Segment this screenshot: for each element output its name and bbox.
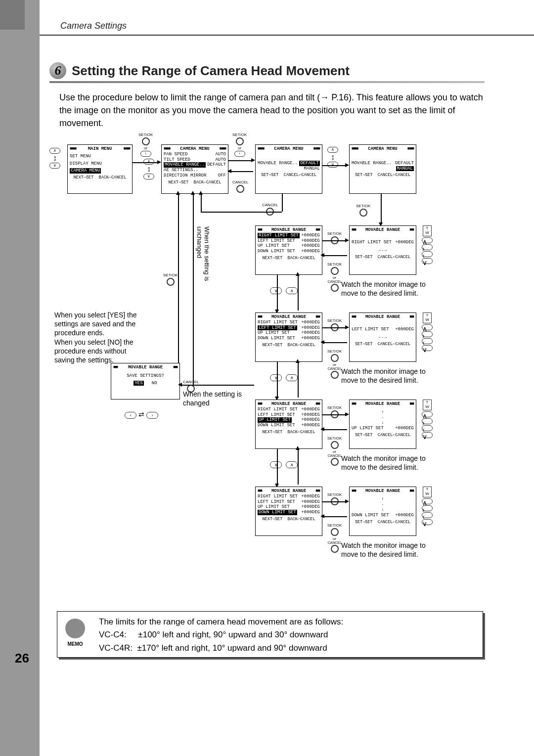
setok-icon: SET/OKor›: [138, 133, 153, 157]
osd-main-menu: ■■■MAIN MENU■■■ SET MENU DISPLAY MENU CA…: [67, 144, 133, 194]
nav-updown-icon: ∧↕∨: [143, 158, 154, 180]
setok-icon: SET/OK: [327, 405, 342, 419]
unchanged-caption: When the setting is unchanged: [196, 226, 211, 311]
memo-line: VC-C4R: ±170° left and right, 10° upward…: [99, 642, 478, 655]
step-badge: 6: [49, 62, 66, 79]
page-number: 26: [15, 651, 29, 666]
setok-cancel-icon: SET/OKorCANCEL: [327, 349, 342, 379]
watch-caption: Watch the monitor image to move to the d…: [341, 541, 435, 559]
nav-pair-icon: ∨∧: [268, 286, 300, 294]
osd-down-limit-select: ■■MOVABLE RANGE■■ RIGHT LIMIT SET+000DEG…: [255, 487, 322, 536]
cancel-icon: CANCEL: [262, 203, 278, 216]
nav-lr-icon: ‹⇄›: [123, 410, 160, 419]
watch-caption: Watch the monitor image to move to the d…: [341, 454, 435, 472]
osd-right-limit-set: ■■MOVABLE RANGE■■ RIGHT LIMIT SET+000DEG…: [349, 225, 416, 275]
setok-icon: SET/OK: [327, 492, 342, 506]
osd-movable-range-default: ■■■CAMERA MENU■■■ MOVABLE RANGE..DEFAULT…: [255, 144, 322, 194]
title-underline: [49, 81, 485, 83]
setok-icon: SET/OK: [163, 273, 178, 286]
osd-camera-menu: ■■■CAMERA MENU■■■ PAN SPEEDAUTO TILT SPE…: [161, 144, 228, 194]
breadcrumb: Camera Settings: [60, 21, 127, 31]
osd-up-limit-select: ■■MOVABLE RANGE■■ RIGHT LIMIT SET+000DEG…: [255, 400, 322, 449]
setok-icon: SET/OKor›: [232, 133, 247, 157]
directional-pad-icon: TW∧›‹∨: [420, 487, 434, 545]
intro-text: Use the procedure below to limit the ran…: [59, 91, 485, 130]
page-title: Setting the Range of Camera Head Movemen…: [72, 63, 350, 79]
setok-icon: SET/OK: [356, 204, 370, 217]
cancel-icon: CANCEL: [183, 380, 199, 393]
page-tab: [0, 0, 40, 756]
watch-caption: Watch the monitor image to move to the d…: [341, 367, 435, 385]
memo-icon: MEMO: [62, 619, 88, 648]
directional-pad-icon: TW∧›‹∨: [420, 225, 434, 284]
flow-diagram: ■■■MAIN MENU■■■ SET MENU DISPLAY MENU CA…: [44, 133, 484, 587]
watch-caption: Watch the monitor image to move to the d…: [341, 280, 435, 298]
nav-updown-icon: ∧↕∨: [49, 147, 60, 169]
osd-right-limit-select: ■■MOVABLE RANGE■■ RIGHT LIMIT SET+000DEG…: [255, 225, 322, 275]
setok-cancel-icon: SET/OKorCANCEL: [327, 436, 342, 466]
directional-pad-icon: TW∧›‹∨: [420, 400, 434, 458]
osd-movable-range-manual: ■■■CAMERA MENU■■■ MOVABLE RANGE..DEFAULT…: [349, 144, 416, 194]
osd-left-limit-set: ■■MOVABLE RANGE■■ LEFT LIMIT SET+000DEG …: [349, 312, 416, 362]
nav-pair-icon: ∨∧: [268, 373, 300, 381]
osd-down-limit-set: ■■MOVABLE RANGE■■ ↑·↓ DOWN LIMIT SET+000…: [349, 487, 416, 536]
memo-line: The limits for the range of camera head …: [99, 616, 478, 628]
setok-cancel-icon: SET/OKorCANCEL: [327, 523, 342, 553]
nav-pair-icon: ∨∧: [268, 460, 300, 468]
osd-save-settings: ■■MOVABLE RANGE■■ SAVE SETTINGS? YES NO: [111, 363, 180, 400]
yesno-caption: When you select [YES] the settings are s…: [54, 311, 143, 364]
osd-left-limit-select: ■■MOVABLE RANGE■■ RIGHT LIMIT SET+000DEG…: [255, 312, 322, 362]
memo-box: MEMO The limits for the range of camera …: [57, 611, 483, 658]
cancel-icon: CANCEL: [232, 180, 248, 193]
directional-pad-icon: TW∧›‹∨: [420, 312, 434, 371]
osd-up-limit-set: ■■MOVABLE RANGE■■ ↑·↓ UP LIMIT SET+000DE…: [349, 400, 416, 449]
setok-icon: SET/OK: [327, 318, 342, 332]
rule: [40, 35, 534, 36]
setok-cancel-icon: SET/OKorCANCEL: [327, 262, 342, 292]
setok-icon: SET/OK: [327, 231, 342, 245]
memo-line: VC-C4: ±100° left and right, 90° upward …: [99, 628, 478, 641]
